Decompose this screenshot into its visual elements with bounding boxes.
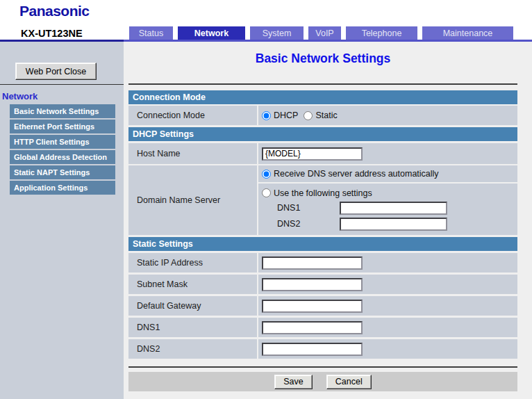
sidebar-item-http-client-settings[interactable]: HTTP Client Settings: [10, 135, 115, 149]
tab-voip[interactable]: VoIP: [308, 26, 341, 40]
cancel-button[interactable]: Cancel: [326, 375, 372, 389]
static-dns2-value-cell: [258, 339, 517, 359]
connection-mode-label: Connection Mode: [128, 106, 257, 125]
section-header-static-settings: Static Settings: [128, 237, 517, 251]
sidebar-heading: Network: [2, 91, 38, 101]
save-button[interactable]: Save: [274, 375, 313, 389]
domain-name-server-label: Domain Name Server: [128, 165, 257, 235]
main-content: Basic Network Settings Connection Mode C…: [124, 42, 532, 399]
settings-form: Connection Mode Connection Mode DHCP Sta…: [128, 90, 517, 391]
default-gateway-label: Default Gateway: [128, 296, 257, 316]
static-dns1-row: DNS1: [128, 318, 517, 337]
web-port-close-button[interactable]: Web Port Close: [15, 63, 97, 80]
tab-status[interactable]: Status: [129, 26, 173, 40]
sidebar-item-ethernet-port-settings[interactable]: Ethernet Port Settings: [10, 120, 115, 133]
dns-auto-label: Receive DNS server address automatically: [274, 169, 439, 179]
panasonic-logo: Panasonic: [19, 3, 90, 19]
host-name-input[interactable]: [262, 147, 363, 161]
static-ip-input[interactable]: [262, 256, 363, 270]
subnet-mask-label: Subnet Mask: [128, 275, 257, 294]
header: Panasonic: [0, 0, 532, 26]
default-gateway-row: Default Gateway: [128, 296, 517, 316]
subnet-mask-row: Subnet Mask: [128, 275, 517, 294]
static-radio-label: Static: [315, 111, 337, 120]
dhcp-radio[interactable]: [262, 111, 271, 120]
host-name-row: Host Name: [128, 143, 517, 164]
dns-manual-radio[interactable]: [262, 188, 271, 197]
section-header-connection-mode: Connection Mode: [128, 90, 517, 104]
top-divider: [128, 83, 517, 85]
sidebar-item-basic-network-settings[interactable]: Basic Network Settings: [10, 104, 115, 118]
dhcp-dns2-label: DNS2: [277, 219, 340, 229]
model-name: KX-UT123NE: [21, 28, 83, 39]
button-bar: Save Cancel: [128, 372, 517, 391]
default-gateway-value-cell: [258, 296, 517, 316]
static-dns1-value-cell: [258, 318, 517, 337]
static-dns2-row: DNS2: [128, 339, 517, 359]
subnet-mask-input[interactable]: [262, 278, 363, 291]
sidebar: Web Port Close Network Basic Network Set…: [0, 42, 124, 399]
dhcp-dns1-input[interactable]: [340, 202, 447, 215]
static-dns1-input[interactable]: [262, 321, 363, 334]
static-dns2-label: DNS2: [128, 339, 257, 359]
dns-manual-cell: Use the following settings DNS1 DNS2: [258, 184, 517, 235]
sidebar-menu: Basic Network Settings Ethernet Port Set…: [10, 104, 115, 196]
subnet-mask-value-cell: [258, 275, 517, 294]
dhcp-dns2-input[interactable]: [340, 218, 447, 231]
tab-system[interactable]: System: [250, 26, 304, 40]
dhcp-dns1-label: DNS1: [277, 203, 340, 213]
dns-auto-radio[interactable]: [262, 170, 271, 179]
connection-mode-row: Connection Mode DHCP Static: [128, 106, 517, 125]
page-title: Basic Network Settings: [128, 51, 517, 66]
sidebar-item-application-settings[interactable]: Application Settings: [10, 181, 115, 195]
static-radio[interactable]: [304, 111, 313, 120]
section-header-dhcp-settings: DHCP Settings: [128, 127, 517, 141]
domain-name-server-row: Domain Name Server Receive DNS server ad…: [128, 165, 517, 235]
tab-telephone[interactable]: Telephone: [346, 26, 417, 40]
tab-maintenance[interactable]: Maintenance: [422, 26, 513, 40]
dhcp-radio-label: DHCP: [274, 111, 298, 120]
sidebar-item-global-address-detection[interactable]: Global Address Detection: [10, 150, 115, 164]
dns-auto-cell: Receive DNS server address automatically: [258, 165, 517, 182]
connection-mode-value: DHCP Static: [258, 106, 517, 125]
sidebar-item-static-napt-settings[interactable]: Static NAPT Settings: [10, 165, 115, 179]
static-ip-row: Static IP Address: [128, 253, 517, 272]
tab-network[interactable]: Network: [178, 26, 245, 40]
static-dns1-label: DNS1: [128, 318, 257, 337]
dns-manual-label: Use the following settings: [274, 188, 372, 198]
default-gateway-input[interactable]: [262, 300, 363, 313]
host-name-value-cell: [258, 143, 517, 164]
static-ip-value-cell: [258, 253, 517, 272]
host-name-label: Host Name: [128, 143, 257, 164]
sidebar-divider: [0, 84, 124, 85]
bottom-divider: [128, 366, 517, 368]
static-ip-label: Static IP Address: [128, 253, 257, 272]
static-dns2-input[interactable]: [262, 343, 363, 356]
tab-bar: Status Network System VoIP Telephone Mai…: [129, 26, 513, 40]
